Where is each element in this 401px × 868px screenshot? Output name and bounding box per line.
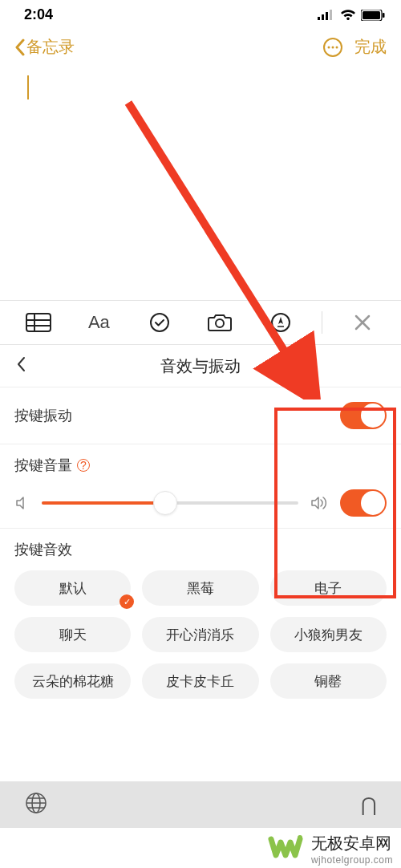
sound-effects-section: 按键音效 默认✓黑莓电子聊天开心消消乐小狼狗男友云朵的棉花糖皮卡皮卡丘铜罄	[0, 528, 401, 699]
svg-rect-1	[322, 14, 324, 20]
settings-title: 音效与振动	[0, 355, 401, 377]
settings-header: 音效与振动	[0, 345, 401, 387]
effect-chip[interactable]: 电子	[270, 570, 387, 606]
close-icon	[354, 314, 371, 331]
svg-rect-12	[26, 314, 51, 331]
mic-button[interactable]: ⋂	[361, 793, 377, 816]
vibration-row: 按键振动	[0, 387, 401, 444]
keyboard-bottom-bar: ⋂	[0, 781, 401, 828]
volume-high-icon	[310, 495, 329, 511]
watermark-logo-icon	[266, 829, 305, 868]
table-icon	[26, 313, 51, 332]
volume-toggle[interactable]	[340, 489, 387, 517]
globe-icon	[24, 791, 48, 815]
effect-chip[interactable]: 聊天	[14, 617, 131, 652]
effect-chip[interactable]: 皮卡皮卡丘	[142, 663, 258, 699]
effect-chip[interactable]: 默认✓	[14, 570, 131, 606]
volume-low-icon	[14, 495, 30, 511]
cellular-icon	[318, 10, 335, 20]
text-style-button[interactable]: Aa	[79, 312, 119, 333]
checklist-button[interactable]	[140, 312, 180, 333]
check-circle-icon	[149, 312, 170, 333]
volume-label: 按键音量	[14, 456, 72, 475]
effect-chip[interactable]: 小狼狗男友	[270, 617, 387, 652]
nav-done[interactable]: 完成	[354, 36, 387, 58]
effect-chip[interactable]: 铜罄	[270, 663, 387, 699]
svg-point-25	[298, 835, 302, 840]
close-keyboard-button[interactable]	[342, 314, 383, 331]
table-button[interactable]	[18, 313, 59, 332]
effect-chip[interactable]: 开心消消乐	[142, 617, 258, 652]
watermark: 无极安卓网 wjhotelgroup.com	[266, 829, 393, 868]
svg-rect-3	[330, 10, 332, 20]
nav-back[interactable]: 备忘录	[14, 36, 75, 58]
effect-chip[interactable]: 黑莓	[142, 570, 258, 606]
nav-back-label: 备忘录	[26, 36, 75, 58]
svg-point-16	[151, 314, 168, 331]
text-cursor	[27, 75, 29, 99]
globe-button[interactable]	[24, 791, 48, 818]
volume-slider[interactable]	[42, 491, 298, 515]
effects-label: 按键音效	[14, 540, 387, 559]
note-content[interactable]	[0, 67, 401, 300]
keyboard-toolbar: Aa	[0, 300, 401, 345]
status-icons	[318, 10, 385, 21]
status-time: 2:04	[24, 6, 53, 23]
toolbar-separator	[322, 311, 322, 334]
effect-chip[interactable]: 云朵的棉花糖	[14, 663, 131, 699]
markup-button[interactable]	[261, 312, 301, 333]
svg-rect-6	[383, 13, 385, 18]
vibration-label: 按键振动	[14, 406, 72, 425]
svg-rect-0	[318, 17, 320, 20]
battery-icon	[361, 10, 385, 21]
nav-bar: 备忘录 完成	[0, 26, 401, 67]
watermark-url: wjhotelgroup.com	[311, 854, 393, 866]
chevron-left-icon	[14, 39, 25, 56]
vibration-toggle[interactable]	[340, 402, 387, 429]
svg-point-9	[332, 46, 334, 48]
more-icon[interactable]	[322, 37, 343, 58]
svg-point-10	[336, 46, 338, 48]
check-icon: ✓	[119, 594, 134, 609]
wifi-icon	[340, 10, 356, 21]
help-icon[interactable]: ?	[77, 459, 90, 472]
camera-button[interactable]	[200, 313, 240, 332]
svg-rect-5	[363, 11, 380, 19]
svg-point-17	[216, 319, 224, 327]
volume-section: 按键音量 ?	[0, 444, 401, 528]
status-bar: 2:04	[0, 0, 401, 26]
svg-rect-2	[326, 12, 328, 20]
pen-circle-icon	[270, 312, 291, 333]
watermark-title: 无极安卓网	[311, 833, 393, 854]
svg-point-8	[328, 46, 330, 48]
camera-icon	[208, 313, 232, 332]
